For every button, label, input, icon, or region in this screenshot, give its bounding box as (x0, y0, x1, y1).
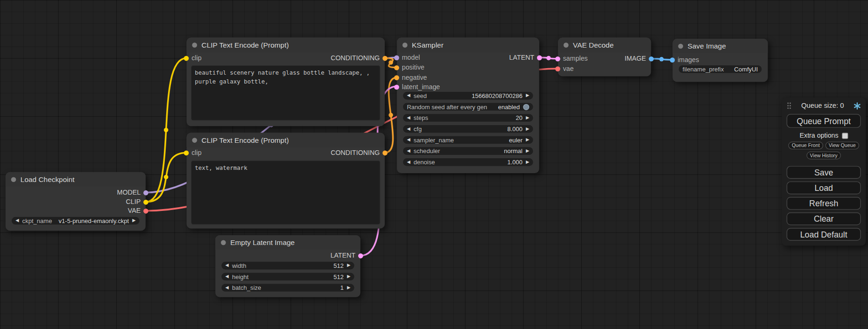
refresh-button[interactable]: Refresh (787, 197, 861, 210)
load-default-button[interactable]: Load Default (787, 228, 861, 240)
link-midpoint-dot (164, 128, 168, 132)
input-dot-images[interactable] (670, 57, 675, 63)
decrement-arrow-icon[interactable]: ◀ (407, 160, 410, 164)
increment-arrow-icon[interactable]: ▶ (526, 149, 529, 153)
increment-arrow-icon[interactable]: ▶ (526, 138, 529, 142)
widget-random-seed-toggle[interactable]: Random seed after every gen enabled (402, 102, 534, 111)
decrement-arrow-icon[interactable]: ◀ (15, 218, 19, 223)
node-ksampler[interactable]: KSampler model positive negative latent_… (397, 38, 539, 173)
drag-handle-icon[interactable] (787, 102, 792, 110)
widget-width[interactable]: ◀ width 512 ▶ (221, 261, 355, 270)
queue-prompt-button[interactable]: Queue Prompt (787, 114, 861, 128)
widget-steps[interactable]: ◀ steps 20 ▶ (402, 113, 534, 122)
decrement-arrow-icon[interactable]: ◀ (407, 149, 410, 153)
node-title-bar[interactable]: Save Image (673, 39, 768, 53)
node-empty-latent-image[interactable]: Empty Latent Image LATENT ◀ width 512 ▶ … (215, 235, 360, 297)
input-slot-latent-image: latent_image (394, 83, 440, 91)
input-dot-clip[interactable] (184, 150, 189, 155)
output-dot-vae[interactable] (143, 208, 148, 213)
negative-prompt-textarea[interactable]: text, watermark (191, 161, 380, 225)
node-title-bar[interactable]: VAE Decode (558, 38, 651, 52)
decrement-arrow-icon[interactable]: ◀ (407, 138, 410, 142)
collapse-dot-icon[interactable] (221, 240, 226, 245)
node-load-checkpoint[interactable]: Load Checkpoint MODEL CLIP VAE ◀ ckpt_na… (6, 172, 146, 231)
positive-prompt-textarea[interactable]: beautiful scenery nature glass bottle la… (191, 65, 380, 121)
node-clip-text-encode-negative[interactable]: CLIP Text Encode (Prompt) clip CONDITION… (187, 133, 385, 229)
queue-front-button[interactable]: Queue Front (789, 142, 823, 150)
node-title-bar[interactable]: KSampler (397, 38, 539, 52)
load-button[interactable]: Load (787, 182, 861, 194)
extra-options-label: Extra options (800, 132, 839, 140)
node-title-bar[interactable]: CLIP Text Encode (Prompt) (187, 133, 385, 147)
increment-arrow-icon[interactable]: ▶ (526, 160, 529, 164)
node-title: CLIP Text Encode (Prompt) (202, 41, 289, 49)
output-dot-conditioning[interactable] (382, 150, 388, 155)
queue-size-label: Queue size: 0 (801, 102, 844, 110)
widget-sampler-name[interactable]: ◀ sampler_name euler ▶ (402, 135, 534, 144)
node-vae-decode[interactable]: VAE Decode samples vae IMAGE (558, 38, 651, 77)
slot-label: positive (402, 63, 424, 71)
node-clip-text-encode-positive[interactable]: CLIP Text Encode (Prompt) clip CONDITION… (187, 38, 385, 126)
extra-options-checkbox[interactable] (842, 133, 848, 139)
output-dot-latent[interactable] (537, 55, 542, 60)
increment-arrow-icon[interactable]: ▶ (347, 263, 350, 267)
increment-arrow-icon[interactable]: ▶ (132, 218, 135, 223)
output-dot-conditioning[interactable] (382, 56, 388, 61)
node-title: KSampler (412, 41, 444, 49)
increment-arrow-icon[interactable]: ▶ (526, 116, 529, 120)
node-title-bar[interactable]: CLIP Text Encode (Prompt) (187, 38, 385, 52)
widget-height[interactable]: ◀ height 512 ▶ (221, 272, 355, 281)
slot-label: images (677, 56, 699, 64)
input-dot-model[interactable] (394, 55, 399, 60)
graph-canvas[interactable]: Load Checkpoint MODEL CLIP VAE ◀ ckpt_na… (0, 0, 868, 329)
decrement-arrow-icon[interactable]: ◀ (407, 127, 410, 131)
widget-label: denoise (414, 159, 435, 165)
save-button[interactable]: Save (787, 166, 861, 179)
output-slot-image: IMAGE (625, 55, 654, 63)
input-dot-positive[interactable] (394, 65, 399, 70)
decrement-arrow-icon[interactable]: ◀ (226, 274, 229, 279)
node-title-bar[interactable]: Empty Latent Image (215, 235, 360, 250)
input-dot-latent-image[interactable] (394, 84, 399, 90)
input-dot-clip[interactable] (184, 56, 189, 61)
widget-cfg[interactable]: ◀ cfg 8.000 ▶ (402, 125, 534, 133)
input-dot-samples[interactable] (555, 56, 560, 61)
output-dot-image[interactable] (649, 56, 654, 61)
node-title: Save Image (688, 42, 726, 50)
widget-batch-size[interactable]: ◀ batch_size 1 ▶ (221, 283, 355, 292)
widget-denoise[interactable]: ◀ denoise 1.000 ▶ (402, 158, 534, 167)
output-slot-clip: CLIP (126, 198, 148, 206)
widget-ckpt-name[interactable]: ◀ ckpt_name v1-5-pruned-emaonly.ckpt ▶ (11, 217, 140, 225)
collapse-dot-icon[interactable] (678, 43, 683, 49)
increment-arrow-icon[interactable]: ▶ (347, 274, 350, 279)
collapse-dot-icon[interactable] (192, 138, 197, 143)
node-save-image[interactable]: Save Image images filename_prefix ComfyU… (673, 39, 768, 82)
output-dot-clip[interactable] (143, 199, 148, 204)
decrement-arrow-icon[interactable]: ◀ (407, 93, 410, 98)
settings-gear-icon[interactable] (854, 102, 861, 109)
widget-filename-prefix[interactable]: filename_prefix ComfyUI (678, 65, 762, 74)
increment-arrow-icon[interactable]: ▶ (347, 286, 350, 290)
input-dot-negative[interactable] (394, 75, 399, 80)
collapse-dot-icon[interactable] (192, 42, 197, 48)
view-history-button[interactable]: View History (806, 152, 840, 160)
input-dot-vae[interactable] (555, 66, 560, 71)
node-title-bar[interactable]: Load Checkpoint (6, 172, 146, 187)
collapse-dot-icon[interactable] (11, 177, 16, 182)
output-dot-latent[interactable] (358, 253, 363, 258)
collapse-dot-icon[interactable] (564, 42, 569, 48)
widget-seed[interactable]: ◀ seed 156680208700286 ▶ (402, 91, 534, 100)
toggle-knob-icon[interactable] (523, 104, 529, 110)
increment-arrow-icon[interactable]: ▶ (526, 93, 529, 98)
view-queue-button[interactable]: View Queue (826, 142, 859, 150)
decrement-arrow-icon[interactable]: ◀ (226, 286, 229, 290)
widget-label: filename_prefix (683, 66, 724, 72)
widget-scheduler[interactable]: ◀ scheduler normal ▶ (402, 147, 534, 155)
clear-button[interactable]: Clear (787, 212, 861, 225)
decrement-arrow-icon[interactable]: ◀ (407, 116, 410, 120)
output-dot-model[interactable] (143, 190, 148, 195)
decrement-arrow-icon[interactable]: ◀ (226, 263, 229, 267)
increment-arrow-icon[interactable]: ▶ (526, 127, 529, 131)
widget-value: euler (509, 137, 522, 143)
collapse-dot-icon[interactable] (402, 42, 408, 48)
